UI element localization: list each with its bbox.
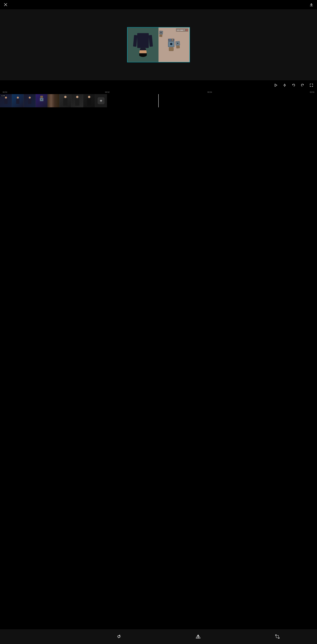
clip-5-blur [48,94,59,107]
timeline-track[interactable]: 11:45 [0,94,64,107]
clip-5[interactable] [48,94,60,107]
clip-1-content [3,96,9,107]
timeline-area: 00:50 00:52 00:54 00:56 11:45 [0,90,64,122]
clip-3-content [26,96,33,107]
close-button[interactable] [3,2,8,8]
clip-6[interactable] [60,94,64,107]
controls-bar [0,80,64,90]
clip-2[interactable] [12,94,24,107]
preview-area: ЗOOMIT Z [0,9,64,80]
clip-4-content [40,96,44,101]
clip-4[interactable] [36,94,48,107]
timestamp-0: 00:50 [3,91,7,93]
clip-6-content [62,96,64,107]
top-bar [0,0,64,9]
clip-2-content [15,96,21,107]
clip-3[interactable] [24,94,36,107]
clip-1[interactable]: 11:45 [0,94,12,107]
timeline-timestamps: 00:50 00:52 00:54 00:56 [0,90,64,94]
close-icon [4,3,8,6]
timeline-clips: 11:45 [0,94,64,107]
